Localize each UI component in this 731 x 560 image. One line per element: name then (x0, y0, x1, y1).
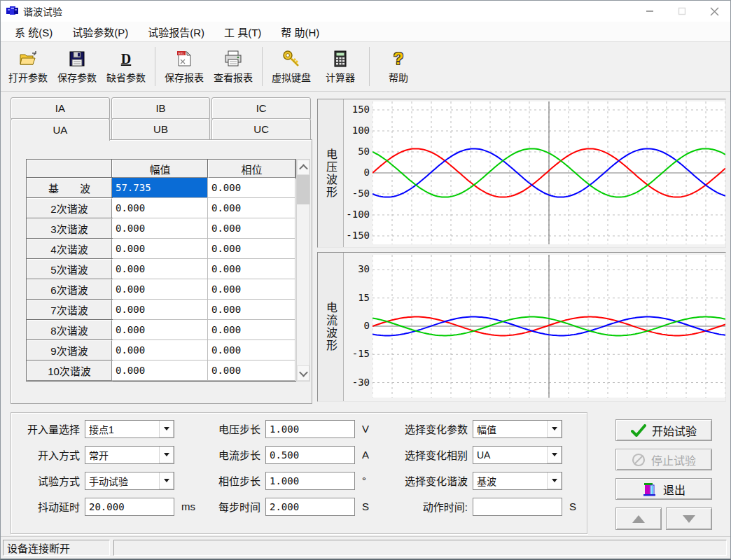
row-header[interactable]: 6次谐波 (27, 279, 112, 300)
row-header[interactable]: 4次谐波 (27, 239, 112, 259)
phase-cell[interactable]: 0.000 (208, 259, 295, 279)
chevron-down-icon[interactable] (547, 447, 562, 463)
phase-cell[interactable]: 0.000 (208, 320, 295, 340)
connection-status: 设备连接断开 (3, 540, 110, 556)
amplitude-cell[interactable]: 0.000 (112, 300, 208, 320)
help-button-label: 帮助 (389, 70, 408, 84)
vary-harmonic-select[interactable]: 基波 (473, 472, 562, 490)
row-header[interactable]: 10次谐波 (27, 360, 112, 381)
virtual-keyboard-button[interactable]: 虚拟键盘 (267, 45, 316, 88)
tab-IA[interactable]: IA (11, 97, 110, 119)
statusbar: 设备连接断开 (1, 536, 730, 559)
stop-test-button[interactable]: 停止试验 (615, 449, 712, 470)
phase-cell[interactable]: 0.000 (208, 198, 295, 218)
current-y-axis: 30150-15-30 (344, 255, 372, 398)
contact-select-row: 开入量选择接点1 (15, 419, 195, 438)
y-axis-label: 0 (344, 320, 370, 331)
tab-IB[interactable]: IB (111, 97, 211, 119)
open-params-button[interactable]: 打开参数 (4, 45, 53, 88)
current-step-input[interactable] (265, 446, 355, 464)
scroll-up-button[interactable] (297, 160, 309, 175)
phase-cell[interactable]: 0.000 (208, 300, 295, 320)
test-mode-select[interactable]: 手动试验 (85, 472, 174, 490)
close-button[interactable] (698, 1, 730, 22)
phase-cell[interactable]: 0.000 (208, 279, 295, 300)
menu-test-params[interactable]: 试验参数(P) (62, 22, 138, 41)
current-chart-body: 30150-15-30 (344, 253, 725, 401)
contact-mode-select[interactable]: 常开 (85, 446, 174, 464)
scrollbar-thumb[interactable] (297, 175, 309, 204)
phase-cell[interactable]: 0.000 (208, 239, 295, 259)
step-up-button[interactable] (615, 507, 662, 530)
amplitude-cell[interactable]: 0.000 (112, 259, 208, 279)
excel-document-icon: EXL (174, 49, 194, 69)
voltage-step-input[interactable] (265, 420, 355, 438)
menu-tools[interactable]: 工 具(T) (214, 22, 271, 41)
maximize-button[interactable] (666, 1, 698, 22)
help-button[interactable]: ?帮助 (374, 45, 423, 88)
step-down-button[interactable] (666, 507, 712, 530)
amplitude-cell[interactable]: 0.000 (112, 239, 208, 259)
app-icon (6, 6, 19, 17)
chevron-down-icon[interactable] (159, 421, 174, 438)
contact-select-select[interactable]: 接点1 (85, 420, 174, 438)
calculator-button[interactable]: 计算器 (316, 45, 365, 88)
phase-cell[interactable]: 0.000 (208, 218, 295, 239)
row-header[interactable]: 7次谐波 (27, 300, 112, 320)
action-time-input[interactable] (473, 498, 562, 516)
action-time-label: 动作时间: (395, 499, 468, 514)
menu-test-report[interactable]: 试验报告(R) (138, 22, 214, 41)
tab-UA[interactable]: UA (11, 118, 110, 141)
step-time-unit: S (362, 500, 369, 512)
save-report-button[interactable]: EXL保存报表 (160, 45, 209, 88)
menu-system[interactable]: 系 统(S) (5, 22, 62, 41)
start-test-button[interactable]: 开始试验 (615, 419, 712, 441)
phase-cell[interactable]: 0.000 (208, 340, 295, 360)
menu-help[interactable]: 帮 助(H) (271, 22, 329, 41)
chevron-down-icon[interactable] (547, 472, 562, 489)
amplitude-cell[interactable]: 0.000 (112, 218, 208, 239)
debounce-delay-input[interactable] (85, 498, 174, 516)
amplitude-cell[interactable]: 0.000 (112, 360, 208, 381)
amplitude-cell[interactable]: 0.000 (112, 198, 208, 218)
vary-phase-select[interactable]: UA (473, 446, 562, 464)
minimize-button[interactable] (634, 1, 666, 22)
debounce-delay-label: 抖动延时 (15, 499, 80, 514)
tab-UC[interactable]: UC (211, 118, 311, 140)
app-window: 谐波试验 系 统(S)试验参数(P)试验报告(R)工 具(T)帮 助(H) 打开… (0, 0, 731, 560)
chevron-down-icon[interactable] (159, 447, 174, 463)
amplitude-cell[interactable]: 57.735 (112, 178, 208, 198)
titlebar: 谐波试验 (1, 1, 730, 22)
table-row: 9次谐波0.0000.000 (27, 340, 297, 360)
tab-IC[interactable]: IC (211, 97, 311, 119)
row-header[interactable]: 5次谐波 (27, 259, 112, 279)
phase-step-input[interactable] (265, 472, 355, 490)
row-header[interactable]: 8次谐波 (27, 320, 112, 340)
row-header[interactable]: 2次谐波 (27, 198, 112, 218)
question-glyph: ? (394, 49, 404, 69)
amplitude-cell[interactable]: 0.000 (112, 320, 208, 340)
row-header[interactable]: 3次谐波 (27, 218, 112, 239)
phase-cell[interactable]: 0.000 (208, 178, 295, 198)
table-scrollbar[interactable] (296, 159, 310, 382)
vary-parameter-select[interactable]: 幅值 (473, 420, 562, 438)
chevron-down-icon[interactable] (159, 472, 174, 489)
row-header[interactable]: 基 波 (27, 178, 112, 198)
save-params-button[interactable]: 保存参数 (53, 45, 102, 88)
step-time-input[interactable] (265, 498, 355, 516)
tab-UB[interactable]: UB (111, 118, 211, 140)
tab-page-UA: 幅值相位基 波57.7350.0002次谐波0.0000.0003次谐波0.00… (11, 139, 312, 404)
exit-button[interactable]: 退出 (615, 478, 712, 500)
row-header[interactable]: 9次谐波 (27, 340, 112, 360)
tab-row-currents: IAIBIC (11, 97, 312, 118)
amplitude-cell[interactable]: 0.000 (112, 279, 208, 300)
phase-cell[interactable]: 0.000 (208, 360, 295, 381)
amplitude-cell[interactable]: 0.000 (112, 340, 208, 360)
table-row: 3次谐波0.0000.000 (27, 218, 297, 239)
default-params-button[interactable]: D缺省参数 (102, 45, 151, 88)
vary-parameter-row: 选择变化参数幅值 (395, 419, 576, 438)
phase-step-row: 相位步长° (210, 471, 369, 490)
scroll-down-button[interactable] (297, 365, 309, 381)
chevron-down-icon[interactable] (547, 421, 562, 438)
view-report-button[interactable]: 查看报表 (209, 45, 258, 88)
